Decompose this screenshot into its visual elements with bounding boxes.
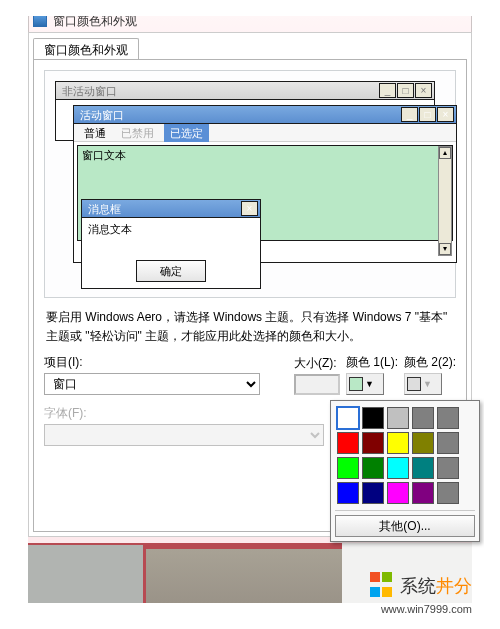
maximize-icon: □ — [397, 83, 414, 98]
preview-scrollbar: ▴ ▾ — [438, 146, 452, 256]
scroll-down-icon: ▾ — [439, 243, 451, 255]
tab-window-color[interactable]: 窗口颜色和外观 — [33, 38, 139, 60]
color1-swatch — [349, 377, 363, 391]
palette-color[interactable] — [437, 482, 459, 504]
color1-label: 颜色 1(L): — [346, 354, 398, 371]
palette-color[interactable] — [387, 432, 409, 454]
brand-name-accent: 丼分 — [436, 576, 472, 596]
parent-window-titlebar: 窗口颜色和外观 — [28, 8, 472, 32]
palette-color[interactable] — [437, 432, 459, 454]
preview-messagebox-ok: 确定 — [136, 260, 206, 282]
microsoft-logo-icon — [369, 571, 393, 601]
palette-color[interactable] — [362, 482, 384, 504]
color2-swatch — [407, 377, 421, 391]
item-combobox[interactable]: 窗口 — [44, 373, 260, 395]
preview-inactive-title: 非活动窗口 — [62, 85, 117, 97]
chevron-down-icon: ▼ — [365, 379, 374, 389]
scroll-up-icon: ▴ — [439, 147, 451, 159]
preview-menu-disabled: 已禁用 — [115, 124, 160, 142]
tab-strip: 窗口颜色和外观 — [33, 37, 467, 59]
close-icon: × — [241, 201, 258, 216]
personalization-icon — [33, 13, 47, 27]
brand-name-main: 系统 — [400, 576, 436, 596]
palette-color[interactable] — [412, 432, 434, 454]
palette-color[interactable] — [337, 432, 359, 454]
minimize-icon: _ — [401, 107, 418, 122]
brand-url: www.win7999.com — [369, 603, 472, 615]
palette-color[interactable] — [362, 407, 384, 429]
close-icon: × — [415, 83, 432, 98]
palette-color[interactable] — [437, 407, 459, 429]
palette-color[interactable] — [337, 482, 359, 504]
parent-window-title: 窗口颜色和外观 — [53, 13, 137, 30]
preview-messagebox-title: 消息框 — [88, 203, 121, 215]
info-text: 要启用 Windows Aero，请选择 Windows 主题。只有选择 Win… — [46, 308, 454, 346]
preview-active-title: 活动窗口 — [80, 109, 124, 121]
palette-color[interactable] — [387, 482, 409, 504]
color1-picker[interactable]: ▼ — [346, 373, 384, 395]
palette-color[interactable] — [412, 457, 434, 479]
size-z-label: 大小(Z): — [294, 355, 340, 372]
other-colors-button[interactable]: 其他(O)... — [335, 515, 475, 537]
size-z-spinner — [294, 374, 340, 395]
palette-color[interactable] — [412, 482, 434, 504]
item-label: 项目(I): — [44, 354, 288, 371]
preview-menu-normal: 普通 — [78, 124, 112, 142]
preview-area: 非活动窗口 _ □ × 活动窗口 _ □ × — [44, 70, 456, 298]
preview-messagebox: 消息框 × 消息文本 确定 — [81, 199, 261, 289]
preview-messagebox-text: 消息文本 — [82, 218, 260, 241]
decorative-wall — [28, 543, 146, 603]
close-icon: × — [437, 107, 454, 122]
watermark: 系统丼分 www.win7999.com — [369, 571, 472, 615]
chevron-down-icon: ▼ — [423, 379, 432, 389]
palette-color[interactable] — [412, 407, 434, 429]
palette-color[interactable] — [387, 457, 409, 479]
minimize-icon: _ — [379, 83, 396, 98]
preview-menu-selected: 已选定 — [164, 124, 209, 142]
maximize-icon: □ — [419, 107, 436, 122]
palette-color[interactable] — [337, 407, 359, 429]
palette-color[interactable] — [362, 457, 384, 479]
color2-picker: ▼ — [404, 373, 442, 395]
palette-color[interactable] — [362, 432, 384, 454]
palette-color[interactable] — [387, 407, 409, 429]
palette-color[interactable] — [337, 457, 359, 479]
font-combobox — [44, 424, 324, 446]
color-grid — [335, 405, 475, 506]
color-palette-popup[interactable]: 其他(O)... — [330, 400, 480, 542]
color2-label: 颜色 2(2): — [404, 354, 456, 371]
palette-color[interactable] — [437, 457, 459, 479]
